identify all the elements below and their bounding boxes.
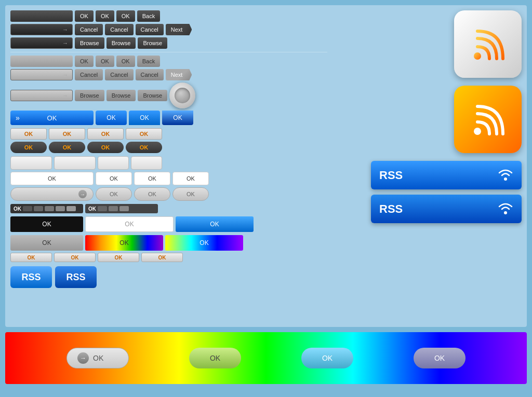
blue-ok-3[interactable]: OK	[162, 111, 193, 125]
svg-point-3	[504, 211, 507, 214]
gray-input-arrow-2[interactable]	[10, 90, 73, 101]
bottom-label-1: OK	[93, 354, 103, 362]
next-btn-gray[interactable]: Next	[166, 69, 192, 80]
sm-ok-4[interactable]: OK	[141, 253, 183, 262]
bottom-ok-1[interactable]: → OK	[66, 348, 129, 368]
white-ok-4[interactable]: OK	[172, 172, 209, 185]
bottom-ok-2[interactable]: OK	[189, 348, 241, 368]
browse-btn-1[interactable]: Browse	[75, 37, 104, 49]
rss-wifi-icon-1	[498, 167, 513, 184]
rss-badge-1[interactable]: RSS	[10, 266, 52, 288]
rss-btn-section: RSS RSS	[371, 161, 522, 223]
rainbow-blue-ok[interactable]: OK	[165, 235, 243, 251]
outline-btn-4[interactable]	[131, 156, 162, 170]
rainbow-ok[interactable]: OK	[85, 235, 163, 251]
white-ok-3[interactable]: OK	[134, 172, 170, 185]
large-blue-ok[interactable]: OK	[176, 216, 254, 232]
ok-dark-4[interactable]: OK	[126, 142, 162, 153]
ok-gray-3[interactable]: OK	[116, 56, 135, 67]
rss-label-1: RSS	[379, 169, 403, 182]
sm-ok-3[interactable]: OK	[98, 253, 139, 262]
back-btn-1[interactable]: Back	[137, 10, 160, 22]
browse-btn-2[interactable]: Browse	[107, 37, 136, 49]
rss-svg-silver	[470, 26, 506, 62]
browse-gray-3[interactable]: Browse	[138, 90, 167, 101]
blue-wide-btn[interactable]: OK	[10, 111, 94, 125]
prog-seg-8	[119, 206, 129, 211]
ok-dark-2[interactable]: OK	[49, 142, 85, 153]
svg-point-1	[474, 128, 481, 135]
progress-btn-2[interactable]: OK	[85, 204, 158, 213]
cancel-gray-2[interactable]: Cancel	[105, 69, 133, 80]
rss-icon-orange[interactable]	[454, 86, 522, 153]
bottom-bar: → OK OK OK OK	[5, 332, 527, 384]
rss-svg-orange	[470, 101, 506, 138]
cancel-gray-3[interactable]: Cancel	[136, 69, 164, 80]
arrow-circle: →	[77, 352, 89, 364]
large-white-ok[interactable]: OK	[85, 216, 174, 232]
cancel-btn-3[interactable]: Cancel	[136, 24, 164, 35]
blue-ok-2[interactable]: OK	[129, 111, 160, 125]
rss-large-btn-2[interactable]: RSS	[371, 195, 522, 223]
ok-dark-3[interactable]: OK	[87, 142, 124, 153]
knob[interactable]	[169, 83, 195, 108]
outline-btn-3[interactable]	[98, 156, 129, 170]
prog-seg-5	[66, 206, 76, 211]
browse-gray-2[interactable]: Browse	[107, 90, 136, 101]
ok-gray-1[interactable]: OK	[75, 56, 94, 67]
ok-orange-4[interactable]: OK	[126, 128, 162, 140]
rss-wifi-icon-2	[498, 200, 513, 218]
arrow-icon: →	[78, 190, 87, 198]
prog-seg-4	[56, 206, 65, 211]
oval-ok-2[interactable]: OK	[134, 187, 170, 201]
ok-orange-3[interactable]: OK	[87, 128, 124, 140]
rss-large-btn-1[interactable]: RSS	[371, 161, 522, 189]
progress-btn-1[interactable]: OK	[10, 204, 83, 213]
rss-badge-row: RSS RSS	[10, 266, 97, 288]
sm-ok-1[interactable]: OK	[10, 253, 52, 262]
bottom-ok-4[interactable]: OK	[414, 348, 466, 368]
ok-dark-1[interactable]: OK	[10, 142, 47, 153]
browse-btn-3[interactable]: Browse	[138, 37, 167, 49]
ok-btn-2[interactable]: OK	[96, 10, 114, 22]
ok-btn-3[interactable]: OK	[116, 10, 135, 22]
gray-ok-large[interactable]: OK	[10, 235, 83, 251]
bottom-ok-3[interactable]: OK	[301, 348, 353, 368]
browse-gray-1[interactable]: Browse	[75, 90, 104, 101]
ok-label-progress: OK	[14, 206, 21, 212]
white-ok-btn[interactable]: OK	[10, 172, 94, 185]
input-arrow-2[interactable]	[10, 37, 73, 49]
outline-btn-1[interactable]	[10, 156, 52, 170]
right-section	[433, 10, 522, 153]
cancel-btn-1[interactable]: Cancel	[75, 24, 103, 35]
cancel-btn-2[interactable]: Cancel	[105, 24, 133, 35]
prog-seg-7	[109, 206, 118, 211]
prog-seg-6	[98, 206, 107, 211]
ok-label-progress-2: OK	[88, 206, 96, 212]
outline-btn-2[interactable]	[54, 156, 96, 170]
white-ok-2[interactable]: OK	[96, 172, 132, 185]
oval-ok-3[interactable]: OK	[172, 187, 209, 201]
input-arrow-1[interactable]	[10, 24, 73, 35]
input-bar-1[interactable]	[10, 10, 73, 22]
knob-inner	[175, 88, 190, 103]
gray-input-bar-1[interactable]	[10, 56, 73, 67]
back-btn-gray[interactable]: Back	[137, 56, 160, 67]
large-dark-ok[interactable]: OK	[10, 216, 83, 232]
rss-label-2: RSS	[379, 202, 403, 216]
prog-seg-2	[34, 206, 43, 211]
sm-ok-2[interactable]: OK	[54, 253, 96, 262]
ok-orange-1[interactable]: OK	[10, 128, 47, 140]
ok-btn-1[interactable]: OK	[75, 10, 94, 22]
ok-orange-2[interactable]: OK	[49, 128, 85, 140]
cancel-gray-1[interactable]: Cancel	[75, 69, 103, 80]
oval-arrow-btn[interactable]: →	[10, 187, 94, 201]
blue-ok-1[interactable]: OK	[96, 111, 127, 125]
ok-gray-2[interactable]: OK	[96, 56, 114, 67]
rss-badge-2[interactable]: RSS	[55, 266, 97, 288]
gray-input-arrow-1[interactable]	[10, 69, 73, 80]
oval-ok-1[interactable]: OK	[96, 187, 132, 201]
rss-icon-silver[interactable]	[454, 10, 522, 78]
prog-seg-3	[45, 206, 54, 211]
next-btn-1[interactable]: Next	[166, 24, 192, 35]
